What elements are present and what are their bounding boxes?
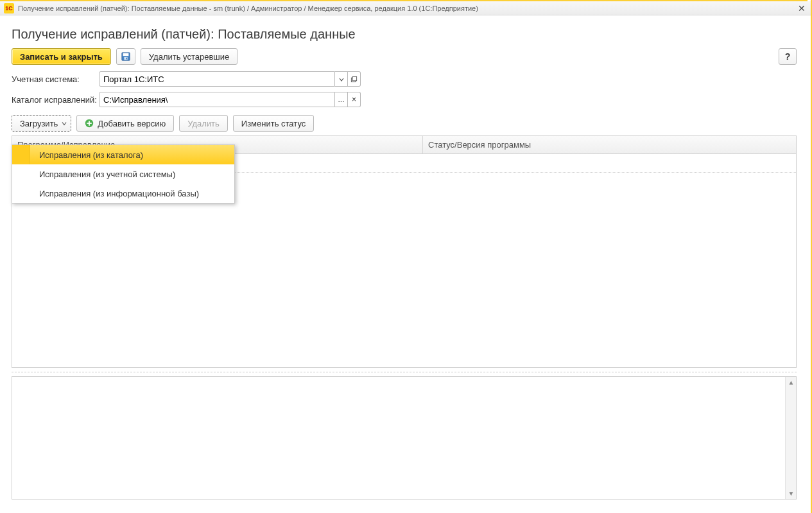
svg-rect-3: [126, 58, 126, 60]
log-scrollbar[interactable]: ▲ ▼: [785, 377, 796, 499]
load-menu: Исправления (из каталога) Исправления (и…: [12, 144, 235, 204]
menu-item-from-account-system[interactable]: Исправления (из учетной системы): [12, 164, 234, 184]
titlebar: 1C Получение исправлений (патчей): Поста…: [0, 1, 811, 15]
window-close-button[interactable]: ✕: [793, 1, 811, 15]
svg-rect-1: [123, 53, 128, 56]
scroll-down-icon[interactable]: ▼: [786, 488, 797, 499]
open-external-icon: [350, 76, 358, 83]
window-title: Получение исправлений (патчей): Поставля…: [18, 4, 793, 12]
client-area: Получение исправлений (патчей): Поставля…: [1, 15, 807, 512]
menu-item-label: Исправления (из каталога): [39, 150, 143, 160]
account-system-open-button[interactable]: [348, 71, 361, 87]
path-clear-button[interactable]: ×: [348, 92, 361, 107]
scroll-up-icon[interactable]: ▲: [786, 377, 797, 388]
save-and-close-button[interactable]: Записать и закрыть: [12, 48, 111, 65]
main-toolbar: Записать и закрыть Удалить устаревшие ?: [1, 48, 807, 71]
page-title: Получение исправлений (патчей): Поставля…: [1, 15, 807, 48]
svg-rect-5: [352, 76, 356, 80]
load-button[interactable]: Загрузить: [12, 115, 71, 132]
path-browse-button[interactable]: ...: [335, 92, 348, 107]
save-button[interactable]: [116, 48, 135, 65]
account-system-combo: [99, 71, 361, 87]
menu-item-label: Исправления (из информационной базы): [39, 189, 199, 198]
menu-selection-mark: [12, 145, 30, 164]
delete-old-button[interactable]: Удалить устаревшие: [141, 48, 238, 65]
change-status-button[interactable]: Изменить статус: [233, 115, 314, 132]
menu-item-label: Исправления (из учетной системы): [39, 170, 175, 179]
chevron-down-icon: [339, 74, 344, 84]
secondary-toolbar: Загрузить Добавить версию Удалить Измени…: [1, 112, 807, 135]
log-panel: ▲ ▼: [12, 376, 797, 500]
form-area: Учетная система: Каталог исправлений: ..…: [1, 71, 807, 107]
path-field: ... ×: [99, 92, 361, 107]
path-input[interactable]: [99, 92, 335, 107]
menu-item-from-catalog[interactable]: Исправления (из каталога): [12, 145, 234, 164]
plus-circle-icon: [85, 119, 94, 128]
svg-rect-8: [87, 123, 92, 124]
delete-button[interactable]: Удалить: [179, 115, 228, 132]
path-label: Каталог исправлений:: [12, 95, 99, 105]
floppy-icon: [121, 52, 130, 61]
add-version-button[interactable]: Добавить версию: [76, 115, 174, 132]
app-1c-icon: 1C: [4, 3, 14, 13]
chevron-down-icon: [62, 119, 67, 128]
account-system-label: Учетная система:: [12, 74, 99, 84]
svg-rect-2: [124, 57, 127, 60]
add-version-label: Добавить версию: [98, 119, 166, 128]
account-system-input[interactable]: [99, 71, 335, 87]
help-button[interactable]: ?: [779, 48, 797, 65]
grid-col-status[interactable]: Статус/Версия программы: [423, 136, 796, 153]
load-button-label: Загрузить: [20, 119, 58, 128]
splitter[interactable]: [12, 372, 797, 372]
menu-item-from-infobase[interactable]: Исправления (из информационной базы): [12, 184, 234, 203]
account-system-dropdown-button[interactable]: [335, 71, 348, 87]
window-accent-top: [0, 0, 808, 1]
